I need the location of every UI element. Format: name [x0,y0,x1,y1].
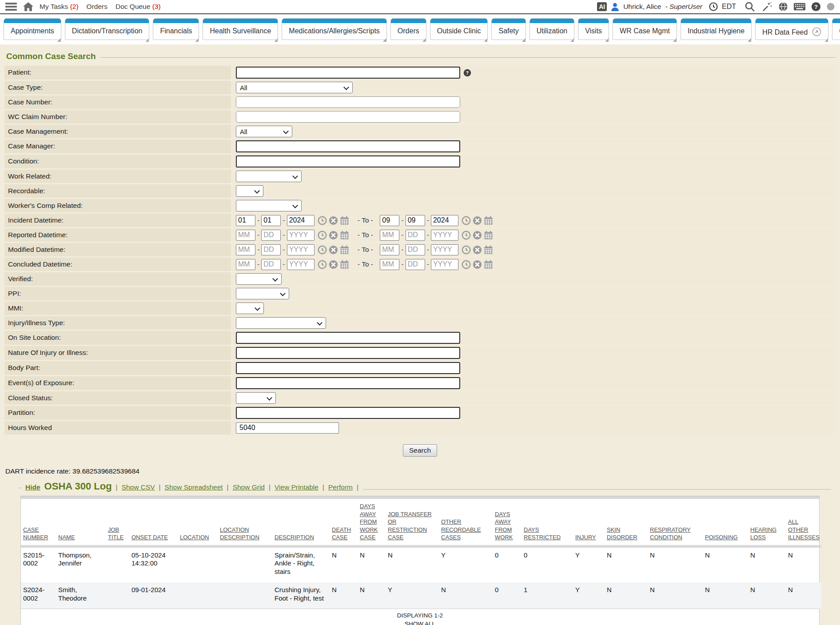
to-yyyy-input[interactable] [431,244,458,255]
to-dd-input[interactable] [406,259,425,270]
col-header-injury[interactable]: INJURY [573,499,605,546]
col-header-days-restricted[interactable]: DAYS RESTRICTED [522,499,573,546]
nav-doc-queue[interactable]: Doc Queue (3) [115,3,161,11]
from-yyyy-input[interactable] [287,244,315,255]
calendar-icon[interactable] [340,216,349,225]
from-dd-input[interactable] [261,259,281,270]
time-picker-icon[interactable] [318,216,327,225]
user-name[interactable]: Uhrick, Alice [623,3,661,11]
tab-quality-of-care[interactable]: Quality of Care [832,18,840,40]
hours-worked-input[interactable] [236,422,339,434]
case-management-select[interactable]: All [236,126,292,137]
to-mm-input[interactable] [380,244,399,255]
osha-link-perform[interactable]: Perform [328,483,353,491]
osha-link-view-printable[interactable]: View Printable [275,483,318,491]
col-header-onset-date[interactable]: ONSET DATE [129,499,178,546]
col-header-other-recordable-cases[interactable]: OTHER RECORDABLE CASES [439,499,493,546]
from-mm-input[interactable] [236,259,255,270]
mmi-select[interactable] [236,303,264,314]
body-part-input[interactable] [236,362,460,374]
clear-date-icon[interactable] [473,216,482,225]
menu-icon[interactable] [5,3,17,11]
hide-link[interactable]: Hide [25,483,40,491]
nav-my-tasks[interactable]: My Tasks (2) [40,3,79,11]
time-picker-icon[interactable] [462,231,471,240]
clear-date-icon[interactable] [329,260,338,269]
clear-date-icon[interactable] [473,245,482,255]
from-dd-input[interactable] [261,230,281,241]
verified-select[interactable] [236,273,282,285]
search-icon[interactable] [744,1,755,12]
col-header-job-transfer-or-restriction-case[interactable]: JOB TRANSFER OR RESTRICTION CASE [386,499,439,546]
clear-date-icon[interactable] [473,231,482,240]
injury-illness-type-select[interactable] [236,317,326,329]
to-yyyy-input[interactable] [431,259,458,270]
col-header-location-description[interactable]: LOCATION DESCRIPTION [218,499,272,546]
to-dd-input[interactable] [406,215,425,226]
from-mm-input[interactable] [236,215,255,226]
case-type-select[interactable]: All [236,82,353,93]
time-picker-icon[interactable] [462,245,471,255]
ai-badge[interactable]: AI [597,2,607,11]
tab-dictation-transcription[interactable]: Dictation/Transcription [65,18,150,40]
tab-hr-data-feed[interactable]: HR Data Feed [755,18,828,40]
clear-date-icon[interactable] [329,231,338,240]
to-yyyy-input[interactable] [431,230,458,241]
col-header-days-away-from-work[interactable]: DAYS AWAY FROM WORK [493,499,522,546]
calendar-icon[interactable] [340,245,349,255]
col-header-death-case[interactable]: DEATH CASE [330,499,358,546]
col-header-all-other-illnesses[interactable]: ALL OTHER ILLNESSES [786,499,821,546]
on-site-location-input[interactable] [236,332,460,344]
tab-financials[interactable]: Financials [153,18,199,40]
wand-icon[interactable] [762,1,772,12]
tab-wr-case-mgmt[interactable]: WR Case Mgmt [613,18,677,40]
to-mm-input[interactable] [380,259,399,270]
home-icon[interactable] [23,2,33,12]
worker-s-comp-related-select[interactable] [236,200,302,211]
show-all-link[interactable]: SHOW ALL [405,621,435,625]
tab-industrial-hygiene[interactable]: Industrial Hygiene [681,18,752,40]
calendar-icon[interactable] [484,216,493,225]
condition-input[interactable] [236,155,460,167]
clear-date-icon[interactable] [329,245,338,255]
clear-date-icon[interactable] [473,260,482,269]
time-picker-icon[interactable] [462,260,471,269]
from-yyyy-input[interactable] [287,259,315,270]
help-icon[interactable]: ? [811,2,821,12]
tab-outside-clinic[interactable]: Outside Clinic [430,18,488,40]
clear-date-icon[interactable] [329,216,338,225]
from-dd-input[interactable] [261,244,281,255]
globe-icon[interactable] [778,2,788,12]
tab-safety[interactable]: Safety [491,18,525,40]
closed-status-select[interactable] [236,392,276,404]
from-mm-input[interactable] [236,244,255,255]
time-picker-icon[interactable] [462,216,471,225]
from-mm-input[interactable] [236,230,255,241]
calendar-icon[interactable] [484,231,493,240]
work-related-select[interactable] [236,171,302,182]
osha-link-show-grid[interactable]: Show Grid [233,483,265,491]
partition-input[interactable] [236,407,460,419]
case-manager-input[interactable] [236,140,460,152]
nav-orders[interactable]: Orders [87,3,107,11]
calendar-icon[interactable] [484,260,493,269]
to-dd-input[interactable] [406,230,425,241]
case-number-input[interactable] [236,96,460,108]
calendar-icon[interactable] [484,245,493,255]
col-header-description[interactable]: DESCRIPTION [272,499,330,546]
time-picker-icon[interactable] [318,231,327,240]
col-header-poisoning[interactable]: POISONING [703,499,748,546]
from-yyyy-input[interactable] [287,230,315,241]
field-help-icon[interactable]: ? [463,69,471,77]
col-header-case-number[interactable]: CASE NUMBER [21,499,56,546]
to-mm-input[interactable] [380,230,399,241]
time-picker-icon[interactable] [318,245,327,255]
col-header-hearing-loss[interactable]: HEARING LOSS [748,499,786,546]
calendar-icon[interactable] [340,260,349,269]
col-header-name[interactable]: NAME [56,499,106,546]
ppi-select[interactable] [236,288,289,299]
osha-link-show-spreadsheet[interactable]: Show Spreadsheet [165,483,223,491]
tab-appointments[interactable]: Appointments [4,18,61,40]
col-header-respiratory-condition[interactable]: RESPIRATORY CONDITION [648,499,703,546]
event-s-of-exposure-input[interactable] [236,377,460,389]
